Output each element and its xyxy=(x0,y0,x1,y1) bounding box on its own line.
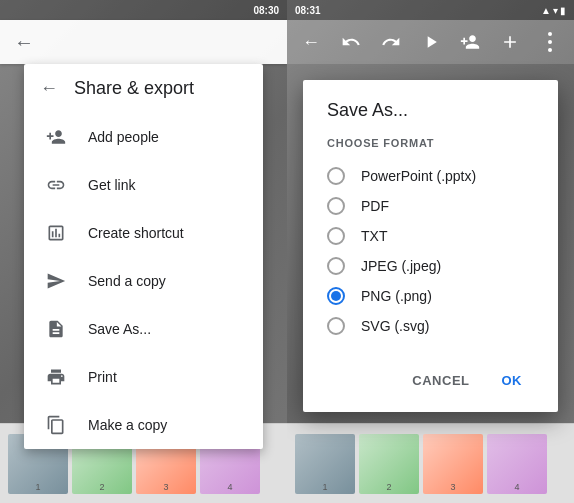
link-icon xyxy=(40,173,72,197)
back-button-left[interactable]: ← xyxy=(8,31,40,54)
share-export-menu: ← Share & export Add people Get link xyxy=(24,64,263,449)
format-label-svg: SVG (.svg) xyxy=(361,318,429,334)
battery-icon: ▮ xyxy=(560,5,566,16)
menu-title: Share & export xyxy=(74,78,194,99)
status-time-left: 08:30 xyxy=(253,5,279,16)
filmstrip-right: 1 2 3 4 xyxy=(287,423,574,503)
rthumb-4[interactable]: 4 xyxy=(487,434,547,494)
svg-point-0 xyxy=(548,32,552,36)
top-bar-left: ← xyxy=(0,20,287,64)
format-option-jpeg[interactable]: JPEG (.jpeg) xyxy=(327,251,534,281)
format-label-jpeg: JPEG (.jpeg) xyxy=(361,258,441,274)
undo-button[interactable] xyxy=(335,26,367,58)
radio-pdf xyxy=(327,197,345,215)
format-label-png: PNG (.png) xyxy=(361,288,432,304)
redo-button[interactable] xyxy=(375,26,407,58)
menu-item-make-copy[interactable]: Make a copy xyxy=(24,401,263,449)
menu-item-create-shortcut[interactable]: Create shortcut xyxy=(24,209,263,257)
top-bar-right: ← xyxy=(287,20,574,64)
person-add-button[interactable] xyxy=(454,26,486,58)
radio-png-inner xyxy=(331,291,341,301)
status-bar-left: 08:30 xyxy=(0,0,287,20)
more-options-button[interactable] xyxy=(534,26,566,58)
format-option-txt[interactable]: TXT xyxy=(327,221,534,251)
save-as-dialog: Save As... CHOOSE FORMAT PowerPoint (.pp… xyxy=(303,80,558,412)
play-button[interactable] xyxy=(415,26,447,58)
format-option-svg[interactable]: SVG (.svg) xyxy=(327,311,534,341)
dialog-title: Save As... xyxy=(327,100,534,121)
rthumb-2[interactable]: 2 xyxy=(359,434,419,494)
format-option-png[interactable]: PNG (.png) xyxy=(327,281,534,311)
menu-header: ← Share & export xyxy=(24,64,263,113)
menu-item-send-copy[interactable]: Send a copy xyxy=(24,257,263,305)
menu-item-get-link[interactable]: Get link xyxy=(24,161,263,209)
status-icons-right: ▲ ▾ ▮ xyxy=(541,5,566,16)
menu-item-print[interactable]: Print xyxy=(24,353,263,401)
radio-jpeg xyxy=(327,257,345,275)
wifi-icon: ▾ xyxy=(553,5,558,16)
menu-item-add-people[interactable]: Add people xyxy=(24,113,263,161)
radio-pptx xyxy=(327,167,345,185)
print-icon xyxy=(40,365,72,389)
dialog-actions: CANCEL OK xyxy=(327,357,534,396)
left-panel: Share & export 08:30 ← ← Share & export … xyxy=(0,0,287,503)
send-icon xyxy=(40,269,72,293)
save-as-icon xyxy=(40,317,72,341)
cancel-button[interactable]: CANCEL xyxy=(400,365,481,396)
create-shortcut-label: Create shortcut xyxy=(88,225,184,241)
ok-button[interactable]: OK xyxy=(490,365,535,396)
menu-back-arrow[interactable]: ← xyxy=(40,78,58,99)
save-as-label: Save As... xyxy=(88,321,151,337)
shortcut-icon xyxy=(40,221,72,245)
format-option-pdf[interactable]: PDF xyxy=(327,191,534,221)
get-link-label: Get link xyxy=(88,177,135,193)
signal-icon: ▲ xyxy=(541,5,551,16)
radio-svg xyxy=(327,317,345,335)
make-copy-label: Make a copy xyxy=(88,417,167,433)
add-people-label: Add people xyxy=(88,129,159,145)
radio-txt xyxy=(327,227,345,245)
rthumb-1[interactable]: 1 xyxy=(295,434,355,494)
svg-point-2 xyxy=(548,48,552,52)
format-option-pptx[interactable]: PowerPoint (.pptx) xyxy=(327,161,534,191)
rthumb-3[interactable]: 3 xyxy=(423,434,483,494)
menu-item-save-as[interactable]: Save As... xyxy=(24,305,263,353)
status-bar-right: 08:31 ▲ ▾ ▮ xyxy=(287,0,574,20)
person-add-icon xyxy=(40,125,72,149)
radio-png xyxy=(327,287,345,305)
format-label-pdf: PDF xyxy=(361,198,389,214)
status-time-right: 08:31 xyxy=(295,5,321,16)
send-copy-label: Send a copy xyxy=(88,273,166,289)
format-label-txt: TXT xyxy=(361,228,387,244)
right-panel: 08:31 ▲ ▾ ▮ ← Save As... CHOOSE FORMAT xyxy=(287,0,574,503)
svg-point-1 xyxy=(548,40,552,44)
print-label: Print xyxy=(88,369,117,385)
add-button[interactable] xyxy=(494,26,526,58)
back-button-right[interactable]: ← xyxy=(295,26,327,58)
copy-icon xyxy=(40,413,72,437)
format-label-pptx: PowerPoint (.pptx) xyxy=(361,168,476,184)
choose-format-label: CHOOSE FORMAT xyxy=(327,137,534,149)
